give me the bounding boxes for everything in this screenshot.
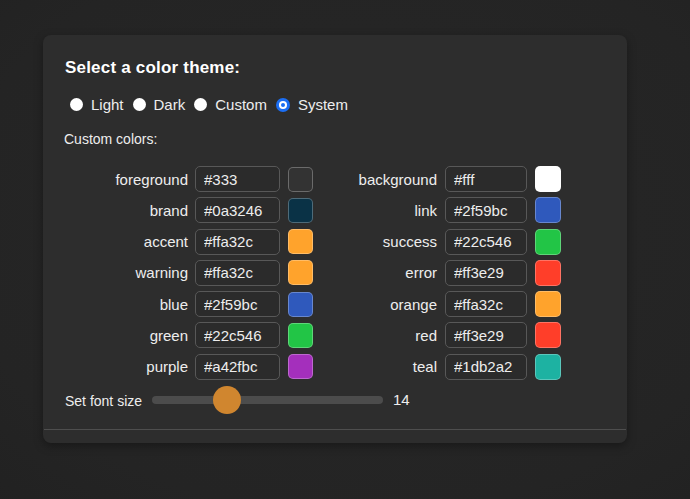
theme-radio-label: Dark bbox=[154, 96, 186, 113]
font-size-slider-thumb[interactable] bbox=[213, 386, 241, 414]
color-row-link: link bbox=[317, 197, 561, 223]
color-row-foreground: foreground bbox=[58, 166, 313, 192]
color-swatch-orange[interactable] bbox=[535, 291, 561, 317]
theme-radio-system[interactable]: System bbox=[276, 96, 348, 113]
color-row-label: blue bbox=[58, 296, 188, 313]
color-swatch-accent[interactable] bbox=[288, 229, 313, 254]
color-swatch-background[interactable] bbox=[535, 166, 561, 192]
font-size-slider-track[interactable] bbox=[152, 396, 383, 404]
font-size-value: 14 bbox=[393, 391, 410, 408]
color-row-label: orange bbox=[317, 296, 437, 313]
color-swatch-green[interactable] bbox=[288, 323, 313, 348]
radio-icon[interactable] bbox=[194, 98, 207, 111]
radio-icon[interactable] bbox=[133, 98, 146, 111]
color-row-success: success bbox=[317, 229, 561, 255]
color-row-label: error bbox=[317, 264, 437, 281]
theme-radio-light[interactable]: Light bbox=[70, 96, 124, 113]
radio-icon[interactable] bbox=[70, 98, 83, 111]
settings-panel: Select a color theme: LightDarkCustomSys… bbox=[43, 35, 627, 443]
color-row-teal: teal bbox=[317, 354, 561, 380]
theme-radio-label: Custom bbox=[215, 96, 267, 113]
color-row-label: red bbox=[317, 327, 437, 344]
color-value-input-background[interactable] bbox=[445, 166, 527, 192]
color-swatch-blue[interactable] bbox=[288, 292, 313, 317]
color-swatch-teal[interactable] bbox=[535, 354, 561, 380]
color-row-label: success bbox=[317, 233, 437, 250]
color-row-warning: warning bbox=[58, 260, 313, 286]
color-row-red: red bbox=[317, 322, 561, 348]
color-row-label: teal bbox=[317, 358, 437, 375]
color-value-input-link[interactable] bbox=[445, 197, 527, 223]
font-size-label: Set font size bbox=[65, 393, 142, 409]
color-value-input-accent[interactable] bbox=[195, 229, 280, 255]
color-row-background: background bbox=[317, 166, 561, 192]
color-row-label: brand bbox=[58, 202, 188, 219]
color-value-input-success[interactable] bbox=[445, 229, 527, 255]
color-value-input-red[interactable] bbox=[445, 322, 527, 348]
color-value-input-brand[interactable] bbox=[195, 197, 280, 223]
panel-heading: Select a color theme: bbox=[65, 58, 240, 78]
theme-radio-label: System bbox=[298, 96, 348, 113]
color-row-orange: orange bbox=[317, 291, 561, 317]
color-value-input-error[interactable] bbox=[445, 260, 527, 286]
color-row-label: warning bbox=[58, 264, 188, 281]
color-swatch-red[interactable] bbox=[535, 322, 561, 348]
radio-selected-icon[interactable] bbox=[276, 98, 290, 112]
color-row-label: green bbox=[58, 327, 188, 344]
color-swatch-purple[interactable] bbox=[288, 354, 313, 379]
theme-radio-label: Light bbox=[91, 96, 124, 113]
color-row-label: purple bbox=[58, 358, 188, 375]
color-value-input-teal[interactable] bbox=[445, 354, 527, 380]
color-row-error: error bbox=[317, 260, 561, 286]
color-row-blue: blue bbox=[58, 291, 313, 317]
color-row-brand: brand bbox=[58, 197, 313, 223]
color-value-input-purple[interactable] bbox=[195, 354, 280, 380]
color-value-input-warning[interactable] bbox=[195, 260, 280, 286]
font-size-row: Set font size 14 bbox=[43, 386, 627, 414]
custom-colors-label: Custom colors: bbox=[64, 131, 157, 147]
color-row-label: accent bbox=[58, 233, 188, 250]
color-row-purple: purple bbox=[58, 354, 313, 380]
color-row-green: green bbox=[58, 322, 313, 348]
color-value-input-blue[interactable] bbox=[195, 291, 280, 317]
theme-radio-group: LightDarkCustomSystem bbox=[70, 96, 348, 113]
color-value-input-orange[interactable] bbox=[445, 291, 527, 317]
panel-divider bbox=[44, 429, 626, 430]
color-swatch-error[interactable] bbox=[535, 260, 561, 286]
color-row-label: background bbox=[317, 171, 437, 188]
theme-radio-dark[interactable]: Dark bbox=[133, 96, 186, 113]
color-row-accent: accent bbox=[58, 229, 313, 255]
color-swatch-warning[interactable] bbox=[288, 260, 313, 285]
color-swatch-brand[interactable] bbox=[288, 198, 313, 223]
color-row-label: foreground bbox=[58, 171, 188, 188]
color-value-input-foreground[interactable] bbox=[195, 166, 280, 192]
color-column-right: backgroundlinksuccesserrororangeredteal bbox=[317, 166, 561, 380]
color-value-input-green[interactable] bbox=[195, 322, 280, 348]
color-swatch-foreground[interactable] bbox=[288, 167, 313, 192]
color-column-left: foregroundbrandaccentwarningbluegreenpur… bbox=[58, 166, 313, 380]
color-swatch-link[interactable] bbox=[535, 197, 561, 223]
theme-radio-custom[interactable]: Custom bbox=[194, 96, 267, 113]
color-row-label: link bbox=[317, 202, 437, 219]
color-swatch-success[interactable] bbox=[535, 229, 561, 255]
